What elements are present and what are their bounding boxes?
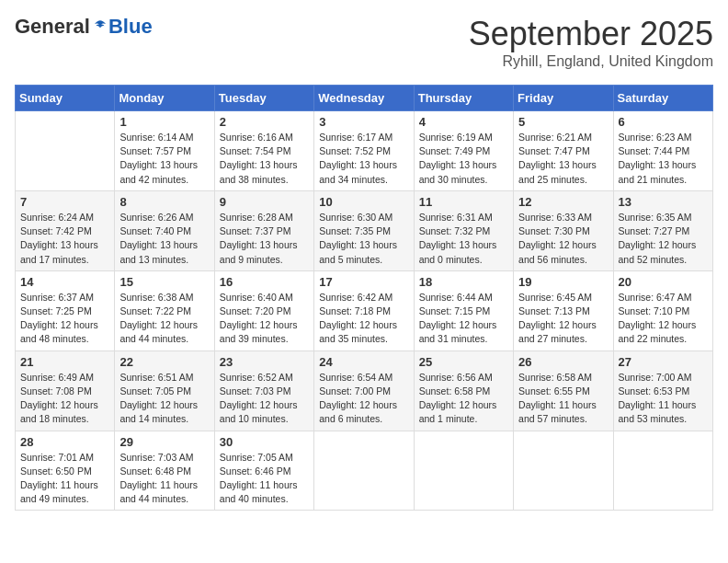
day-number: 29 <box>119 435 209 449</box>
calendar-week-row: 7Sunrise: 6:24 AM Sunset: 7:42 PM Daylig… <box>16 190 713 270</box>
column-header-tuesday: Tuesday <box>214 86 313 111</box>
column-header-monday: Monday <box>115 86 214 111</box>
calendar-cell: 5Sunrise: 6:21 AM Sunset: 7:47 PM Daylig… <box>514 111 613 191</box>
column-header-friday: Friday <box>514 86 613 111</box>
calendar-cell: 21Sunrise: 6:49 AM Sunset: 7:08 PM Dayli… <box>16 350 115 431</box>
day-number: 25 <box>419 355 508 369</box>
calendar-week-row: 21Sunrise: 6:49 AM Sunset: 7:08 PM Dayli… <box>16 350 713 431</box>
day-number: 27 <box>619 355 708 369</box>
calendar-cell: 26Sunrise: 6:58 AM Sunset: 6:55 PM Dayli… <box>514 350 613 431</box>
calendar-cell: 20Sunrise: 6:47 AM Sunset: 7:10 PM Dayli… <box>613 270 712 350</box>
calendar-cell: 28Sunrise: 7:01 AM Sunset: 6:50 PM Dayli… <box>16 431 115 511</box>
day-number: 21 <box>20 355 109 369</box>
calendar-cell: 16Sunrise: 6:40 AM Sunset: 7:20 PM Dayli… <box>214 270 313 350</box>
calendar-cell: 29Sunrise: 7:03 AM Sunset: 6:48 PM Dayli… <box>115 431 214 511</box>
calendar-cell: 17Sunrise: 6:42 AM Sunset: 7:18 PM Dayli… <box>314 270 414 350</box>
day-detail: Sunrise: 6:16 AM Sunset: 7:54 PM Dayligh… <box>220 131 309 187</box>
calendar-cell: 14Sunrise: 6:37 AM Sunset: 7:25 PM Dayli… <box>16 270 115 350</box>
page-header: General Blue September 2025 Ryhill, Engl… <box>15 15 713 70</box>
calendar-cell: 15Sunrise: 6:38 AM Sunset: 7:22 PM Dayli… <box>115 270 214 350</box>
column-header-wednesday: Wednesday <box>314 86 414 111</box>
calendar-cell <box>314 431 414 511</box>
calendar-cell: 25Sunrise: 6:56 AM Sunset: 6:58 PM Dayli… <box>414 350 513 431</box>
day-detail: Sunrise: 6:14 AM Sunset: 7:57 PM Dayligh… <box>119 131 209 187</box>
day-number: 19 <box>518 275 608 289</box>
calendar-cell: 4Sunrise: 6:19 AM Sunset: 7:49 PM Daylig… <box>414 111 513 191</box>
calendar-cell: 6Sunrise: 6:23 AM Sunset: 7:44 PM Daylig… <box>613 111 712 191</box>
calendar-header-row: SundayMondayTuesdayWednesdayThursdayFrid… <box>16 86 713 111</box>
logo-blue-text: Blue <box>108 15 153 39</box>
calendar-cell: 10Sunrise: 6:30 AM Sunset: 7:35 PM Dayli… <box>314 190 414 270</box>
day-number: 22 <box>119 355 209 369</box>
calendar-cell: 19Sunrise: 6:45 AM Sunset: 7:13 PM Dayli… <box>514 270 613 350</box>
calendar-cell: 12Sunrise: 6:33 AM Sunset: 7:30 PM Dayli… <box>514 190 613 270</box>
calendar-cell: 24Sunrise: 6:54 AM Sunset: 7:00 PM Dayli… <box>314 350 414 431</box>
logo-bird-icon <box>92 18 108 35</box>
day-detail: Sunrise: 6:33 AM Sunset: 7:30 PM Dayligh… <box>518 211 608 267</box>
calendar-cell: 2Sunrise: 6:16 AM Sunset: 7:54 PM Daylig… <box>214 111 313 191</box>
day-detail: Sunrise: 6:28 AM Sunset: 7:37 PM Dayligh… <box>220 211 309 267</box>
day-number: 24 <box>319 355 408 369</box>
day-detail: Sunrise: 6:54 AM Sunset: 7:00 PM Dayligh… <box>319 371 408 427</box>
day-detail: Sunrise: 6:37 AM Sunset: 7:25 PM Dayligh… <box>20 291 109 347</box>
calendar-cell <box>414 431 513 511</box>
day-number: 2 <box>220 115 309 129</box>
calendar-cell: 8Sunrise: 6:26 AM Sunset: 7:40 PM Daylig… <box>115 190 214 270</box>
day-number: 10 <box>319 195 408 209</box>
day-detail: Sunrise: 6:42 AM Sunset: 7:18 PM Dayligh… <box>319 291 408 347</box>
title-block: September 2025 Ryhill, England, United K… <box>469 15 713 70</box>
day-detail: Sunrise: 7:03 AM Sunset: 6:48 PM Dayligh… <box>119 451 209 507</box>
day-detail: Sunrise: 6:23 AM Sunset: 7:44 PM Dayligh… <box>619 131 708 187</box>
day-detail: Sunrise: 6:21 AM Sunset: 7:47 PM Dayligh… <box>518 131 608 187</box>
column-header-sunday: Sunday <box>16 86 115 111</box>
day-detail: Sunrise: 6:38 AM Sunset: 7:22 PM Dayligh… <box>119 291 209 347</box>
day-detail: Sunrise: 7:00 AM Sunset: 6:53 PM Dayligh… <box>619 371 708 427</box>
calendar-cell: 13Sunrise: 6:35 AM Sunset: 7:27 PM Dayli… <box>613 190 712 270</box>
day-detail: Sunrise: 6:52 AM Sunset: 7:03 PM Dayligh… <box>220 371 309 427</box>
day-number: 8 <box>119 195 209 209</box>
day-number: 1 <box>119 115 209 129</box>
calendar-cell: 30Sunrise: 7:05 AM Sunset: 6:46 PM Dayli… <box>214 431 313 511</box>
day-detail: Sunrise: 6:26 AM Sunset: 7:40 PM Dayligh… <box>119 211 209 267</box>
day-detail: Sunrise: 6:58 AM Sunset: 6:55 PM Dayligh… <box>518 371 608 427</box>
day-detail: Sunrise: 6:30 AM Sunset: 7:35 PM Dayligh… <box>319 211 408 267</box>
day-detail: Sunrise: 6:47 AM Sunset: 7:10 PM Dayligh… <box>619 291 708 347</box>
column-header-saturday: Saturday <box>613 86 712 111</box>
day-detail: Sunrise: 6:19 AM Sunset: 7:49 PM Dayligh… <box>419 131 508 187</box>
calendar-cell: 27Sunrise: 7:00 AM Sunset: 6:53 PM Dayli… <box>613 350 712 431</box>
day-detail: Sunrise: 6:24 AM Sunset: 7:42 PM Dayligh… <box>20 211 109 267</box>
calendar-cell: 7Sunrise: 6:24 AM Sunset: 7:42 PM Daylig… <box>16 190 115 270</box>
day-number: 23 <box>220 355 309 369</box>
day-number: 12 <box>518 195 608 209</box>
calendar-cell: 1Sunrise: 6:14 AM Sunset: 7:57 PM Daylig… <box>115 111 214 191</box>
logo-general-text: General <box>15 15 90 39</box>
day-number: 17 <box>319 275 408 289</box>
day-number: 6 <box>619 115 708 129</box>
calendar-week-row: 28Sunrise: 7:01 AM Sunset: 6:50 PM Dayli… <box>16 431 713 511</box>
calendar-cell <box>16 111 115 191</box>
calendar-cell: 9Sunrise: 6:28 AM Sunset: 7:37 PM Daylig… <box>214 190 313 270</box>
calendar-cell: 18Sunrise: 6:44 AM Sunset: 7:15 PM Dayli… <box>414 270 513 350</box>
day-number: 7 <box>20 195 109 209</box>
day-number: 5 <box>518 115 608 129</box>
day-number: 9 <box>220 195 309 209</box>
day-number: 28 <box>20 435 109 449</box>
calendar-week-row: 1Sunrise: 6:14 AM Sunset: 7:57 PM Daylig… <box>16 111 713 191</box>
day-detail: Sunrise: 6:35 AM Sunset: 7:27 PM Dayligh… <box>619 211 708 267</box>
day-number: 4 <box>419 115 508 129</box>
logo: General Blue <box>15 15 153 39</box>
calendar-week-row: 14Sunrise: 6:37 AM Sunset: 7:25 PM Dayli… <box>16 270 713 350</box>
day-number: 26 <box>518 355 608 369</box>
day-detail: Sunrise: 6:40 AM Sunset: 7:20 PM Dayligh… <box>220 291 309 347</box>
day-detail: Sunrise: 6:51 AM Sunset: 7:05 PM Dayligh… <box>119 371 209 427</box>
day-detail: Sunrise: 6:49 AM Sunset: 7:08 PM Dayligh… <box>20 371 109 427</box>
day-detail: Sunrise: 7:05 AM Sunset: 6:46 PM Dayligh… <box>220 451 309 507</box>
day-detail: Sunrise: 6:45 AM Sunset: 7:13 PM Dayligh… <box>518 291 608 347</box>
day-number: 13 <box>619 195 708 209</box>
month-title: September 2025 <box>469 15 713 53</box>
location-text: Ryhill, England, United Kingdom <box>469 53 713 70</box>
day-detail: Sunrise: 6:44 AM Sunset: 7:15 PM Dayligh… <box>419 291 508 347</box>
calendar-cell: 23Sunrise: 6:52 AM Sunset: 7:03 PM Dayli… <box>214 350 313 431</box>
day-number: 20 <box>619 275 708 289</box>
day-detail: Sunrise: 6:56 AM Sunset: 6:58 PM Dayligh… <box>419 371 508 427</box>
